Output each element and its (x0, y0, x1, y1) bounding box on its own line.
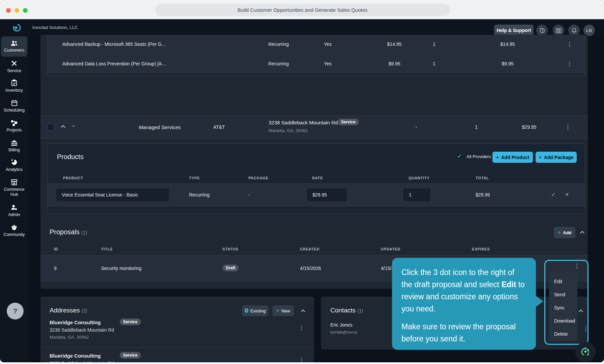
sidebar-item-commerce-hub[interactable]: Commerce Hub (1, 175, 27, 200)
sidebar-label: Community (1, 232, 27, 237)
address-kebab-menu-icon[interactable]: ⋮ (299, 357, 304, 362)
menu-item-edit[interactable]: Edit (549, 275, 577, 288)
table-row[interactable]: Advanced Data Loss Prevention (Per Group… (48, 55, 585, 73)
help-button[interactable]: ? (7, 303, 24, 320)
products-panel: Products ✓ All Providers +Add Product +A… (47, 143, 585, 213)
collapse-contacts-icon[interactable] (579, 309, 583, 314)
group-provider: AT&T (199, 124, 239, 130)
plus-icon: + (496, 154, 499, 160)
all-providers-checkbox[interactable]: ✓ (456, 153, 463, 160)
row-kebab-menu-icon[interactable]: ⋮ (565, 125, 571, 130)
time-clock-button[interactable] (553, 25, 564, 36)
group-rate-dash: - (398, 124, 435, 130)
app-header: Ironclad Solutions, LLC Help & Support L… (0, 19, 604, 36)
address-kebab-menu-icon[interactable]: ⋮ (299, 325, 304, 331)
question-mark-icon: ? (13, 307, 17, 315)
product-qty: 1 (433, 61, 435, 66)
sidebar-item-admin[interactable]: Admin (1, 200, 27, 220)
products-title: Products (57, 153, 84, 161)
add-product-label: Add Product (501, 155, 530, 160)
sidebar-label: Billing (1, 148, 27, 153)
menu-item-sync[interactable]: Sync (549, 301, 577, 314)
sidebar-item-projects[interactable]: Projects (1, 116, 27, 135)
sidebar-item-analytics[interactable]: Analytics (1, 155, 27, 175)
row-kebab-menu-icon[interactable]: ⋮ (567, 61, 572, 67)
tooltip-paragraph-2: Make sure to review the proposal before … (401, 321, 526, 345)
addresses-title-text: Addresses (50, 307, 80, 314)
all-providers-label: All Providers (466, 154, 491, 159)
proposals-title-text: Proposals (50, 228, 80, 236)
quantity-input[interactable]: 1 (403, 188, 430, 201)
guide-tooltip: Click the 3 dot icon to the right of the… (392, 258, 536, 350)
sidebar-label: Scheduling (1, 108, 27, 113)
cancel-x-icon[interactable]: × (565, 191, 569, 198)
service-badge: Service (338, 119, 359, 125)
table-row[interactable]: Advanced Backup - Microsoft 365 Seats (P… (48, 35, 585, 54)
proposal-title: Security monitoring (101, 266, 142, 271)
product-package: - (248, 192, 250, 198)
contact-kebab-menu-icon[interactable]: ⋮ (583, 326, 588, 332)
address-name: Blueridge Consulting (50, 320, 101, 325)
sidebar-item-scheduling[interactable]: Scheduling (1, 96, 27, 116)
minimize-window-button[interactable] (14, 8, 19, 13)
rate-value: $29.95 (312, 192, 327, 198)
bell-icon (571, 27, 577, 34)
help-support-button[interactable]: Help & Support (494, 25, 534, 36)
tooltip-bold-text: Edit (502, 280, 516, 289)
rate-input[interactable]: $29.95 (307, 188, 347, 201)
collapse-proposals-icon[interactable] (580, 231, 584, 235)
opportunity-group-row[interactable]: − Managed Services AT&T 3238 Saddleback … (40, 116, 588, 139)
product-total: $9.95 (491, 61, 524, 66)
product-qty: 1 (433, 41, 435, 47)
sidebar-item-customers[interactable]: Customers (1, 36, 27, 57)
customers-icon (1, 39, 27, 46)
window-title: Build Customer Opportunities and Generat… (155, 4, 450, 16)
row-checkbox[interactable] (47, 124, 54, 131)
history-button[interactable] (536, 25, 548, 36)
add-proposal-button[interactable]: +Add (554, 227, 575, 238)
existing-label: Existing (250, 308, 266, 313)
add-package-label: Add Package (544, 155, 574, 160)
menu-item-send[interactable]: Send (549, 288, 577, 301)
user-avatar[interactable]: LB (583, 25, 595, 36)
product-type: Recurring (268, 41, 289, 47)
address-line2: Marietta, GA, 30062 (50, 335, 89, 340)
sidebar-label: Admin (1, 212, 27, 217)
product-edit-row: Voice Essential Seat License - Basic Rec… (48, 184, 585, 206)
sidebar-item-billing[interactable]: Billing (1, 135, 27, 155)
company-name: Ironclad Solutions, LLC (32, 25, 78, 30)
new-address-button[interactable]: +New (272, 305, 294, 316)
confirm-check-icon[interactable]: ✓ (551, 191, 555, 198)
column-header: EXPIRES (472, 247, 490, 251)
collapse-addresses-icon[interactable] (301, 309, 305, 314)
location-pin-icon (245, 308, 248, 313)
menu-item-download[interactable]: Download (549, 314, 577, 328)
add-package-button[interactable]: +Add Package (536, 152, 577, 163)
collapse-chevron-icon[interactable] (61, 125, 65, 129)
opportunity-items-card: Advanced Backup - Microsoft 365 Seats (P… (40, 35, 588, 241)
draft-status-badge: Draft (222, 265, 239, 271)
history-icon (539, 27, 545, 34)
proposal-kebab-menu-icon[interactable]: ⋮ (574, 264, 580, 269)
notifications-button[interactable] (568, 25, 580, 36)
sidebar-item-community[interactable]: Community (1, 220, 27, 240)
sidebar-item-service[interactable]: Service (1, 57, 27, 76)
plus-icon: + (558, 230, 561, 236)
product-name: Advanced Data Loss Prevention (Per Group… (62, 61, 167, 66)
addresses-title: Addresses (2) (50, 307, 87, 314)
remove-minus-icon[interactable]: − (72, 123, 75, 130)
quantity-value: 1 (409, 192, 412, 198)
row-kebab-menu-icon[interactable]: ⋮ (567, 42, 572, 47)
ai-assistant-button[interactable] (575, 342, 596, 362)
traffic-lights (6, 8, 28, 13)
add-product-button[interactable]: +Add Product (492, 152, 533, 163)
product-name-input[interactable]: Voice Essential Seat License - Basic (56, 188, 169, 201)
zoom-window-button[interactable] (23, 8, 28, 13)
billing-icon (1, 139, 27, 146)
existing-address-button[interactable]: Existing (242, 305, 268, 316)
close-window-button[interactable] (6, 8, 11, 13)
sidebar-item-inventory[interactable]: Inventory (1, 76, 27, 96)
column-header: TYPE (189, 176, 200, 180)
window-title-text: Build Customer Opportunities and Generat… (237, 7, 367, 13)
menu-item-delete[interactable]: Delete (549, 328, 577, 341)
